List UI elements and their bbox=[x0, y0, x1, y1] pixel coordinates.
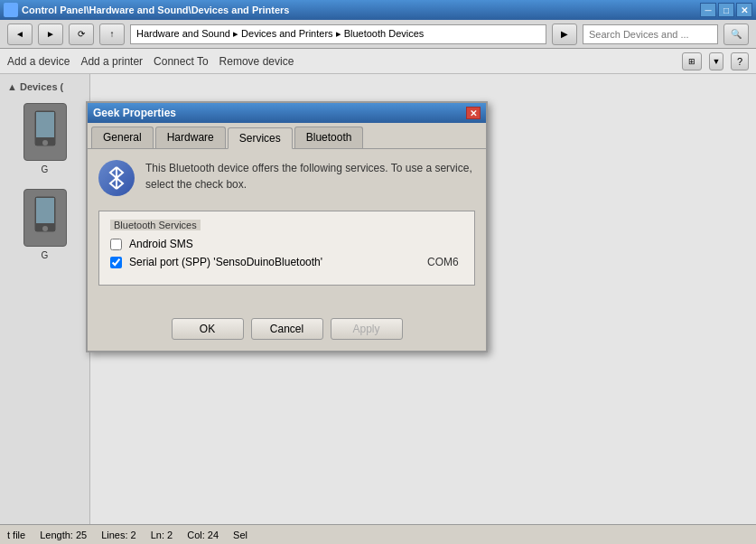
serial-port-port: COM6 bbox=[427, 256, 463, 268]
services-group-box: Bluetooth Services Android SMS Serial po… bbox=[98, 211, 475, 286]
go-button[interactable]: ▶ bbox=[552, 23, 577, 45]
tab-bluetooth[interactable]: Bluetooth bbox=[294, 127, 364, 148]
help-button[interactable]: ? bbox=[731, 52, 749, 70]
dialog-title: Geek Properties bbox=[93, 107, 176, 119]
dialog-body: This Bluetooth device offers the followi… bbox=[88, 149, 486, 311]
status-lines: Lines: 2 bbox=[101, 530, 136, 540]
remove-device-button[interactable]: Remove device bbox=[219, 55, 294, 68]
status-bar: t file Length: 25 Lines: 2 Ln: 2 Col: 24… bbox=[0, 524, 756, 544]
minimize-button[interactable]: ─ bbox=[700, 3, 716, 17]
window-icon bbox=[4, 3, 18, 17]
add-device-button[interactable]: Add a device bbox=[7, 55, 70, 68]
close-main-button[interactable]: ✕ bbox=[736, 3, 752, 17]
forward-button[interactable]: ► bbox=[38, 23, 63, 45]
status-file: t file bbox=[7, 530, 25, 540]
info-line-1: This Bluetooth device offers the followi… bbox=[145, 160, 472, 176]
apply-button[interactable]: Apply bbox=[331, 318, 403, 340]
status-col: Col: 24 bbox=[187, 530, 219, 540]
info-text: This Bluetooth device offers the followi… bbox=[145, 160, 472, 192]
window-title: Control Panel\Hardware and Sound\Devices… bbox=[22, 5, 289, 15]
info-line-2: select the check box. bbox=[145, 176, 472, 192]
geek-properties-dialog: Geek Properties ✕ General Hardware Servi… bbox=[86, 101, 488, 352]
address-path[interactable]: Hardware and Sound ▸ Devices and Printer… bbox=[130, 24, 546, 44]
connect-to-button[interactable]: Connect To bbox=[154, 55, 209, 68]
main-title-bar: Control Panel\Hardware and Sound\Devices… bbox=[0, 0, 756, 20]
service-item-serial-port: Serial port (SPP) 'SensoDuinoBluetooth' … bbox=[110, 256, 463, 268]
service-item-android-sms: Android SMS bbox=[110, 238, 463, 250]
info-section: This Bluetooth device offers the followi… bbox=[98, 160, 475, 196]
status-sel: Sel bbox=[233, 530, 247, 540]
modal-overlay: Geek Properties ✕ General Hardware Servi… bbox=[0, 74, 756, 524]
refresh-button[interactable]: ⟳ bbox=[69, 23, 94, 45]
serial-port-label[interactable]: Serial port (SPP) 'SensoDuinoBluetooth' bbox=[129, 256, 420, 268]
serial-port-checkbox[interactable] bbox=[110, 257, 122, 268]
back-button[interactable]: ◄ bbox=[7, 23, 33, 45]
tab-hardware[interactable]: Hardware bbox=[155, 127, 226, 148]
cancel-button[interactable]: Cancel bbox=[251, 318, 323, 340]
ok-button[interactable]: OK bbox=[172, 318, 244, 340]
tab-general[interactable]: General bbox=[91, 127, 154, 148]
dialog-buttons: OK Cancel Apply bbox=[88, 311, 486, 351]
dialog-title-bar: Geek Properties ✕ bbox=[88, 103, 486, 123]
maximize-button[interactable]: □ bbox=[718, 3, 734, 17]
tab-services[interactable]: Services bbox=[228, 127, 293, 149]
services-group-title: Bluetooth Services bbox=[110, 220, 201, 230]
bluetooth-icon bbox=[98, 160, 135, 196]
dropdown-button[interactable]: ▼ bbox=[709, 52, 723, 70]
toolbar: Add a device Add a printer Connect To Re… bbox=[0, 49, 756, 74]
address-bar: ◄ ► ⟳ ↑ Hardware and Sound ▸ Devices and… bbox=[0, 20, 756, 49]
main-content: ▲ Devices ( G bbox=[0, 74, 756, 524]
tab-strip: General Hardware Services Bluetooth bbox=[88, 123, 486, 149]
add-printer-button[interactable]: Add a printer bbox=[80, 55, 143, 68]
android-sms-label[interactable]: Android SMS bbox=[129, 238, 420, 250]
view-toggle-button[interactable]: ⊞ bbox=[682, 52, 702, 70]
up-button[interactable]: ↑ bbox=[99, 23, 125, 45]
search-button[interactable]: 🔍 bbox=[723, 23, 749, 45]
window-controls: ─ □ ✕ bbox=[700, 3, 752, 17]
search-input[interactable] bbox=[583, 24, 718, 44]
dialog-close-button[interactable]: ✕ bbox=[466, 107, 481, 119]
status-length: Length: 25 bbox=[40, 530, 87, 540]
status-ln: Ln: 2 bbox=[151, 530, 173, 540]
android-sms-checkbox[interactable] bbox=[110, 239, 122, 250]
os-window: Control Panel\Hardware and Sound\Devices… bbox=[0, 0, 756, 544]
